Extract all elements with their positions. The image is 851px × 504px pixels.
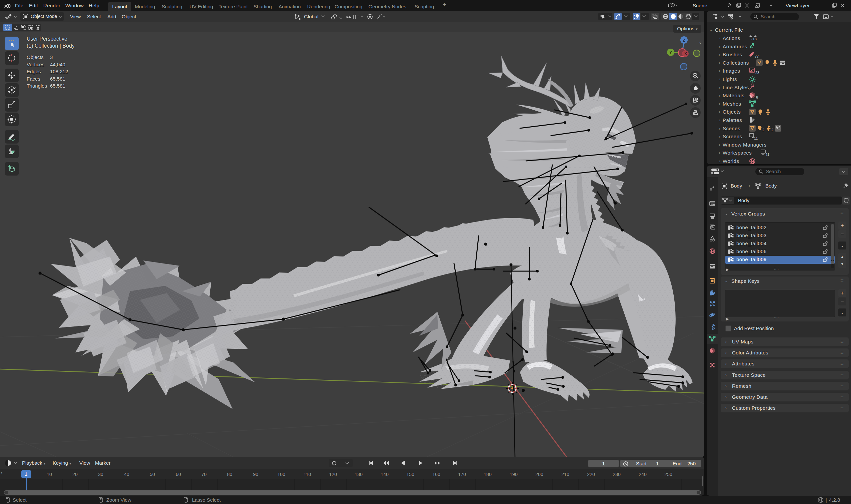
svg-text:Z: Z (683, 38, 685, 43)
svg-text:2: 2 (762, 128, 764, 132)
svg-text:23: 23 (756, 71, 759, 75)
svg-text:6: 6 (756, 95, 758, 99)
svg-text:77: 77 (755, 54, 759, 58)
svg-text:2: 2 (771, 128, 773, 132)
svg-text:Y: Y (669, 50, 672, 55)
svg-text:11: 11 (766, 152, 769, 157)
svg-text:‹18: ‹18 (751, 37, 757, 41)
svg-text:X: X (684, 52, 687, 56)
svg-text:11: 11 (754, 136, 758, 140)
